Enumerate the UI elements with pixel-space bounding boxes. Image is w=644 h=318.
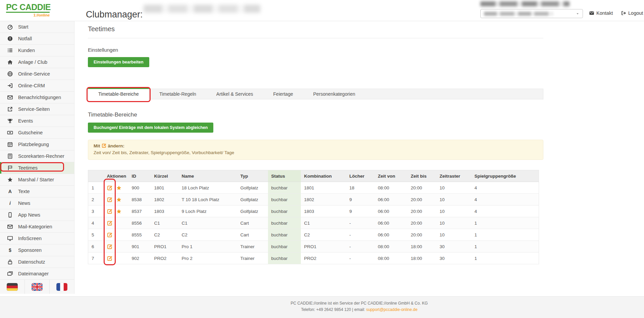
sidebar-item-sponsoren[interactable]: $Sponsoren: [0, 244, 74, 256]
cell-id: 8538: [128, 194, 151, 206]
star-icon[interactable]: [116, 185, 122, 191]
edit-icon[interactable]: [107, 185, 113, 191]
svg-text:$: $: [9, 247, 11, 253]
cell-kombination: 1803: [301, 206, 346, 217]
sync-bookings-button[interactable]: Buchungen/ Einträge mit dem lokalen Syst…: [88, 123, 213, 133]
edit-icon[interactable]: [107, 197, 113, 202]
sidebar-item-app-news[interactable]: App News: [0, 209, 74, 221]
edit-icon: [102, 143, 107, 148]
cell-status: buchbar: [268, 182, 301, 194]
sidebar-item-online-crm[interactable]: Online-CRM: [0, 80, 74, 92]
settings-heading: Einstellungen: [88, 47, 543, 53]
table-row: 3853718039 Loch PlatzGolfplatzbuchbar180…: [88, 206, 539, 217]
cell-zeit_bis: 20:00: [408, 182, 436, 194]
french-language-button[interactable]: [50, 280, 74, 294]
cell-zeitraster: 10: [436, 206, 471, 217]
uk-language-button[interactable]: [25, 280, 50, 294]
calendar-icon: [7, 141, 13, 147]
redacted-club-name: [144, 5, 260, 13]
star-icon[interactable]: [116, 209, 122, 214]
cell-zeitraster: 30: [436, 253, 471, 264]
cell-status: buchbar: [268, 194, 301, 206]
cell-kombination: 1802: [301, 194, 346, 206]
divider: [88, 38, 543, 38]
cell-kombination: 1801: [301, 182, 346, 194]
cell-zeit_bis: 20:00: [408, 217, 436, 229]
sidebar-item-texte[interactable]: ATexte: [0, 186, 74, 197]
german-language-button[interactable]: [0, 280, 25, 294]
mobile-icon: [7, 212, 13, 218]
sidebar-item-marshal-starter[interactable]: Marshal / Starter: [0, 174, 74, 186]
sidebar-item-label: Dateimanager: [18, 271, 49, 276]
timetable-areas-table-wrap: AktionenIDKürzelNameTypStatusKombination…: [88, 170, 539, 264]
sidebar-item-benachrichtigungen[interactable]: Benachrichtigungen: [0, 92, 74, 103]
tab-timetable-bereiche[interactable]: Timetable-Bereiche: [88, 88, 149, 100]
cell-kombination: PRO2: [301, 253, 346, 264]
sidebar-item-start[interactable]: Start: [0, 21, 74, 33]
edit-icon[interactable]: [107, 220, 113, 226]
tab-personenkategorien[interactable]: Personenkategorien: [303, 89, 365, 99]
logo-tagline: 1://online: [6, 13, 50, 17]
edit-icon[interactable]: [107, 256, 113, 261]
edit-icon[interactable]: [107, 244, 113, 249]
pccaddie-logo[interactable]: PC CADDIE 1://online: [6, 3, 50, 17]
tab-label: Feiertage: [273, 91, 293, 97]
sidebar-item-gutscheine[interactable]: Gutscheine: [0, 127, 74, 139]
sidebar-item-platzbelegung[interactable]: Platzbelegung: [0, 139, 74, 150]
tab-feiertage[interactable]: Feiertage: [263, 89, 303, 99]
tab-timetable-regeln[interactable]: Timetable-Regeln: [149, 89, 206, 99]
edit-icon[interactable]: [107, 232, 113, 238]
cell-zeit_von: 08:00: [375, 182, 408, 194]
sidebar-item-scorekarten-rechner[interactable]: Scorekarten-Rechner: [0, 150, 74, 162]
star-icon[interactable]: [116, 197, 122, 202]
sidebar-item-dateimanager[interactable]: Dateimanager: [0, 268, 74, 280]
logo-underline: [6, 12, 50, 13]
table-row: 1900180118 Loch PlatzGolfplatzbuchbar180…: [88, 182, 539, 194]
column-header-status: Status: [268, 170, 301, 182]
sidebar-item-notfall[interactable]: Notfall: [0, 33, 74, 45]
tab-label: Timetable-Bereiche: [98, 91, 139, 97]
cell-zeitraster: 10: [436, 194, 471, 206]
tab-label: Artikel & Services: [216, 91, 253, 97]
column-header-aktionen: Aktionen: [104, 170, 128, 182]
sidebar-item-news[interactable]: iNews: [0, 197, 74, 209]
logout-link[interactable]: Logout: [621, 10, 643, 16]
sidebar-item-teetimes[interactable]: Teetimes: [0, 162, 74, 174]
edit-settings-button[interactable]: Einstellungen bearbeiten: [88, 57, 149, 67]
list-icon: [7, 47, 13, 53]
sidebar-item-label: Marshal / Starter: [18, 177, 54, 182]
column-header-zeit-von: Zeit von: [375, 170, 408, 182]
sidebar-item-events[interactable]: Events: [0, 115, 74, 127]
language-bar: [0, 280, 74, 294]
cell-row-number: 5: [88, 229, 104, 241]
cell-loecher: -: [346, 229, 375, 241]
sidebar-item-mail-kategorien[interactable]: Mail-Kategorien: [0, 221, 74, 233]
redacted-select-value: [484, 12, 553, 16]
footer: PC CADDIE://online ist ein Service der P…: [0, 296, 644, 318]
redacted-club-info-label: [480, 1, 570, 6]
dashboard-icon: [7, 24, 13, 30]
club-select-dropdown[interactable]: [480, 9, 583, 18]
chevron-down-icon: [575, 11, 580, 16]
cell-name: T 10 18 Loch Platz: [178, 194, 237, 206]
globe-icon: [7, 71, 13, 77]
table-row: 285381802T 10 18 Loch PlatzGolfplatzbuch…: [88, 194, 539, 206]
sidebar-item-datenschutz[interactable]: Datenschutz: [0, 256, 74, 268]
kontakt-link[interactable]: Kontakt: [589, 10, 613, 16]
sidebar-item-label: Online-CRM: [18, 83, 45, 88]
sidebar-item-kunden[interactable]: Kunden: [0, 45, 74, 56]
cell-zeit_von: 06:00: [375, 194, 408, 206]
edit-icon[interactable]: [107, 209, 113, 214]
table-header-row: AktionenIDKürzelNameTypStatusKombination…: [88, 170, 539, 182]
cell-zeit_bis: 20:00: [408, 206, 436, 217]
cell-zeitraster: 10: [436, 217, 471, 229]
sidebar-item-service-seiten[interactable]: Service-Seiten: [0, 103, 74, 115]
table-body: 1900180118 Loch PlatzGolfplatzbuchbar180…: [88, 182, 539, 264]
tab-artikel-services[interactable]: Artikel & Services: [206, 89, 263, 99]
sidebar-item-online-service[interactable]: Online-Service: [0, 68, 74, 80]
sidebar: StartNotfallKundenAnlage / ClubOnline-Se…: [0, 21, 74, 294]
money-icon: [7, 130, 13, 136]
sidebar-item-infoscreen[interactable]: InfoScreen: [0, 233, 74, 244]
sidebar-item-anlage-club[interactable]: Anlage / Club: [0, 56, 74, 68]
support-email-link[interactable]: support@pccaddie-online.de: [366, 307, 418, 312]
